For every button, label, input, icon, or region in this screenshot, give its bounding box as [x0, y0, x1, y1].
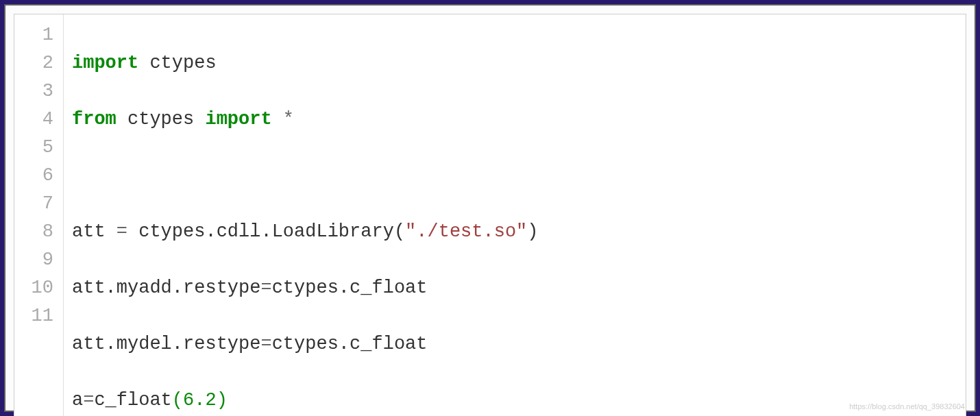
line-number: 8	[21, 218, 53, 246]
watermark: https://blog.csdn.net/qq_39832604	[849, 402, 965, 411]
code-line	[72, 162, 650, 190]
operator: =	[260, 278, 271, 298]
string-literal: "./test.so"	[405, 221, 527, 242]
paren: (	[172, 390, 183, 411]
code-content: import ctypes from ctypes import * att =…	[64, 14, 658, 416]
line-number: 5	[21, 134, 53, 162]
code-block: 1 2 3 4 5 6 7 8 9 10 11 import ctypes fr…	[14, 14, 966, 416]
code-line: import ctypes	[72, 49, 650, 77]
code-text: ctypes	[117, 109, 206, 130]
keyword: import	[72, 53, 138, 73]
line-number: 1	[21, 21, 53, 49]
operator: =	[117, 221, 127, 242]
code-line: from ctypes import *	[72, 106, 650, 134]
number-literal: 6.2	[183, 390, 217, 411]
code-text: ctypes	[138, 53, 216, 73]
code-line: a=c_float(6.2)	[72, 387, 650, 415]
code-line: att.myadd.restype=ctypes.c_float	[72, 274, 650, 302]
code-text: att.myadd.restype	[72, 278, 260, 298]
line-number: 7	[21, 190, 53, 218]
content-frame: 1 2 3 4 5 6 7 8 9 10 11 import ctypes fr…	[4, 4, 976, 412]
line-number: 11	[21, 302, 53, 330]
code-text: att	[72, 221, 117, 242]
code-text: ctypes.cdll.LoadLibrary(	[127, 221, 405, 242]
code-line: att = ctypes.cdll.LoadLibrary("./test.so…	[72, 218, 650, 246]
line-number: 3	[21, 77, 53, 106]
line-number-gutter: 1 2 3 4 5 6 7 8 9 10 11	[14, 14, 64, 416]
paren: )	[217, 390, 228, 411]
keyword: from	[72, 109, 117, 130]
code-text: att.mydel.restype	[72, 334, 260, 354]
line-number: 6	[21, 162, 53, 190]
code-text: a	[72, 390, 83, 411]
code-text: ctypes.c_float	[272, 334, 428, 354]
line-number: 9	[21, 246, 53, 274]
code-line: att.mydel.restype=ctypes.c_float	[72, 330, 650, 358]
operator: =	[260, 334, 271, 354]
keyword: import	[205, 109, 271, 130]
code-text: ctypes.c_float	[272, 278, 428, 298]
line-number: 2	[21, 49, 53, 77]
line-number: 4	[21, 106, 53, 134]
operator: =	[83, 390, 94, 411]
operator: *	[272, 109, 294, 130]
code-text: c_float	[94, 390, 171, 411]
code-text: )	[527, 221, 538, 242]
line-number: 10	[21, 274, 53, 302]
